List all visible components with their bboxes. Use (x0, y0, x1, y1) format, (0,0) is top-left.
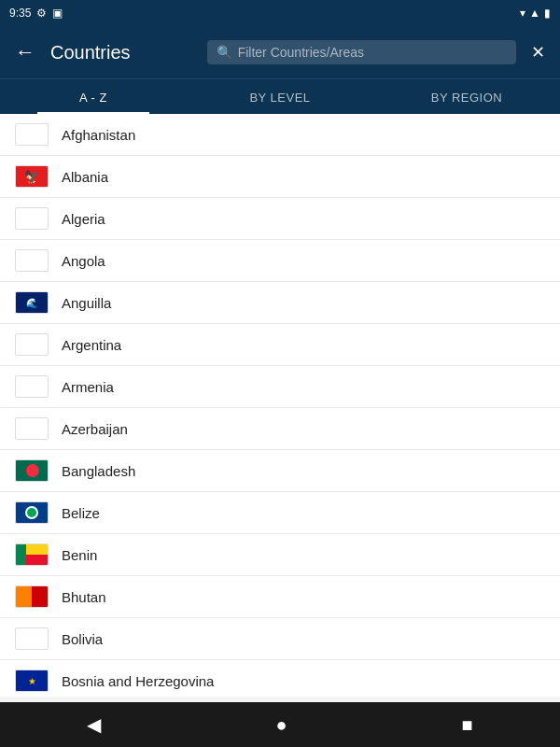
list-item[interactable]: Angola (0, 240, 560, 282)
flag-az (15, 417, 49, 440)
flag-bz (15, 501, 49, 524)
nav-recents-button[interactable]: ■ (442, 707, 491, 743)
close-button[interactable]: ✕ (527, 38, 549, 66)
list-item[interactable]: Belize (0, 492, 560, 534)
list-item[interactable]: Albania (0, 156, 560, 198)
list-item[interactable]: Benin (0, 534, 560, 576)
tab-bar: A - Z BY LEVEL BY REGION (0, 78, 560, 114)
country-name: Anguilla (62, 295, 111, 311)
status-bar-left: 9:35 ⚙ ▣ (9, 7, 63, 20)
country-name: Albania (62, 169, 108, 185)
search-input[interactable] (238, 45, 507, 60)
country-name: Belize (62, 505, 100, 521)
wifi-icon: ▾ (520, 7, 525, 20)
country-name: Armenia (62, 379, 114, 395)
flag-bt (15, 585, 49, 608)
list-item[interactable]: Afghanistan (0, 114, 560, 156)
country-name: Bangladesh (62, 463, 135, 479)
country-name: Benin (62, 547, 97, 563)
list-item[interactable]: Anguilla (0, 282, 560, 324)
country-name: Bosnia and Herzegovina (62, 673, 214, 689)
country-name: Bolivia (62, 631, 103, 647)
tab-byregion[interactable]: BY REGION (373, 79, 560, 114)
search-icon: 🔍 (217, 45, 232, 60)
list-item[interactable]: Azerbaijan (0, 408, 560, 450)
flag-bj (15, 543, 49, 566)
country-name: Afghanistan (62, 127, 135, 143)
settings-icon: ⚙ (36, 7, 47, 20)
flag-ao (15, 249, 49, 272)
battery-icon: ▮ (544, 7, 551, 20)
tab-bylevel[interactable]: BY LEVEL (187, 79, 373, 114)
list-item[interactable]: Bosnia and Herzegovina (0, 660, 560, 697)
flag-bo (15, 627, 49, 650)
list-item[interactable]: Argentina (0, 324, 560, 366)
nav-back-button[interactable]: ◀ (68, 706, 119, 743)
flag-al (15, 165, 49, 188)
search-bar[interactable]: 🔍 (207, 40, 516, 64)
list-item[interactable]: Bangladesh (0, 450, 560, 492)
shield-icon: ▣ (52, 7, 63, 20)
country-name: Bhutan (62, 589, 106, 605)
country-name: Algeria (62, 211, 105, 227)
country-name: Angola (62, 253, 105, 269)
flag-bd (15, 459, 49, 482)
nav-home-button[interactable]: ● (257, 707, 305, 743)
flag-ba (15, 669, 49, 692)
list-item[interactable]: Algeria (0, 198, 560, 240)
page-title: Countries (50, 42, 196, 63)
time-display: 9:35 (9, 7, 31, 20)
flag-am (15, 375, 49, 398)
flag-dz (15, 207, 49, 230)
back-button[interactable]: ← (11, 36, 39, 68)
status-bar: 9:35 ⚙ ▣ ▾ ▲ ▮ (0, 0, 560, 26)
flag-ai (15, 291, 49, 314)
flag-ar (15, 333, 49, 356)
country-name: Argentina (62, 337, 121, 353)
flag-af (15, 123, 49, 146)
app-header: ← Countries 🔍 ✕ (0, 26, 560, 78)
tab-az[interactable]: A - Z (0, 79, 187, 114)
signal-icon: ▲ (529, 7, 540, 20)
country-name: Azerbaijan (62, 421, 128, 437)
country-list: Afghanistan Albania Algeria Angola Angui… (0, 114, 560, 697)
navigation-bar: ◀ ● ■ (0, 702, 560, 747)
status-bar-right: ▾ ▲ ▮ (520, 7, 551, 20)
list-item[interactable]: Bhutan (0, 576, 560, 618)
list-item[interactable]: Armenia (0, 366, 560, 408)
list-item[interactable]: Bolivia (0, 618, 560, 660)
